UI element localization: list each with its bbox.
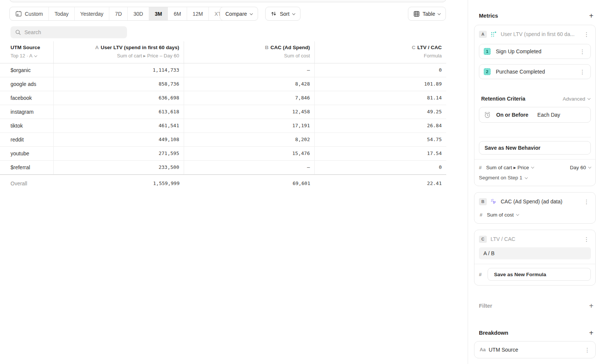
string-property-icon: Aa [480,347,486,352]
date-range-label: Custom [25,11,43,17]
metric-b-menu-button[interactable]: ⋮ [582,198,591,205]
cell-value: 17.54 [315,147,446,160]
add-metric-button[interactable]: + [588,12,594,20]
retention-criteria-title: Retention Criteria [481,96,525,102]
search-input[interactable] [24,29,122,35]
cell-value: 81.14 [315,91,446,105]
funnel-step-1[interactable]: 1 Sign Up Completed ⋮ [479,44,591,59]
cell-value: 17,191 [184,119,315,132]
cell-value: – [184,63,315,77]
cell-value: 0 [315,63,446,77]
add-breakdown-button[interactable]: + [588,329,594,337]
chevron-down-icon [438,12,441,15]
date-range-3m-selected[interactable]: 3M [149,7,168,20]
breakdown-section-title: Breakdown [479,330,508,336]
date-range-yesterday[interactable]: Yesterday [75,7,110,20]
metric-card-a: A User LTV (spend in first 60 da... ⋮ 1 … [474,25,596,186]
calendar-icon [15,11,22,17]
row-label: google ads [0,77,54,91]
sort-button[interactable]: Sort [265,7,300,21]
aggregation-dropdown[interactable]: Sum of cost [487,212,518,218]
chevron-down-icon [588,165,591,168]
save-as-new-formula-button[interactable]: Save as New Formula [488,268,591,281]
row-label: reddit [0,133,54,146]
row-label: tiktok [0,119,54,132]
chevron-down-icon [587,97,590,100]
date-range-custom[interactable]: Custom [10,7,49,20]
day-range-dropdown[interactable]: Day 60 [570,165,591,170]
column-header-b[interactable]: BCAC (Ad Spend) Sum of cost [184,41,315,63]
funnel-step-2[interactable]: 2 Purchase Completed ⋮ [479,64,591,79]
date-range-selector: Custom Today Yesterday 7D 30D 3M 6M 12M … [9,7,237,21]
date-range-today[interactable]: Today [49,7,74,20]
step-2-menu-button[interactable]: ⋮ [578,68,587,75]
cell-value: 233,500 [54,161,184,174]
table-row: tiktok 461,541 17,191 26.84 [0,119,446,133]
formula-input[interactable]: A / B [479,247,591,259]
metric-c-title[interactable]: LTV / CAC [491,236,578,242]
cell-value: 49.25 [315,105,446,119]
cell-value: 636,698 [54,91,184,105]
table-row: reddit 449,108 8,202 54.75 [0,133,446,147]
cell-value: 7,846 [184,91,315,105]
save-as-new-behavior-button[interactable]: Save as New Behavior [479,141,591,155]
retention-criteria-row[interactable]: On or Before Each Day [479,107,591,123]
metric-a-title[interactable]: User LTV (spend in first 60 da... [501,31,578,37]
metric-c-menu-button[interactable]: ⋮ [582,236,591,243]
date-range-6m[interactable]: 6M [168,7,187,20]
metric-badge-a: A [479,31,487,38]
date-range-12m[interactable]: 12M [187,7,209,20]
table-row: facebook 636,698 7,846 81.14 [0,91,446,105]
compare-button[interactable]: Compare [220,7,258,21]
overall-label: Overall [0,175,54,192]
table-grid-icon [414,11,420,17]
search-bar[interactable] [11,26,127,38]
row-dimension-header: UTM Source Top 12 · A [0,41,54,63]
chevron-down-icon [249,12,252,15]
results-table: UTM Source Top 12 · A AUser LTV (spend i… [0,41,446,192]
row-label: $organic [0,63,54,77]
table-row: youtube 271,595 15,476 17.54 [0,147,446,161]
date-range-7d[interactable]: 7D [109,7,128,20]
query-builder-sidebar: Metrics + A User LTV (spend in first 60 … [468,0,601,364]
step-1-menu-button[interactable]: ⋮ [578,48,587,55]
breakdown-item-utm-source[interactable]: Aa UTM Source ⋮ [474,341,596,358]
column-header-c[interactable]: CLTV / CAC Formula [315,41,446,63]
retention-mode-dropdown[interactable]: Advanced [563,96,590,102]
step-number-badge: 2 [484,68,491,75]
aggregation-dropdown[interactable]: Sum of cart ▸ Price [486,164,534,170]
breakdown-menu-button[interactable]: ⋮ [583,346,592,353]
row-label: $referral [0,161,54,174]
table-header-row: UTM Source Top 12 · A AUser LTV (spend i… [0,41,446,63]
number-type-icon: # [479,165,482,170]
view-type-button[interactable]: Table [408,7,446,21]
column-header-a[interactable]: AUser LTV (spend in first 60 days) Sum o… [54,41,184,63]
cell-value: 461,541 [54,119,184,132]
cell-value: 449,108 [54,133,184,146]
row-label: facebook [0,91,54,105]
number-type-icon: # [480,212,482,218]
chevron-down-icon [292,12,295,15]
table-row: $organic 1,114,733 – 0 [0,63,446,77]
row-label: youtube [0,147,54,160]
cell-value: 858,736 [54,77,184,91]
metric-badge-c: C [479,236,487,243]
table-overall-row: Overall 1,559,999 69,601 22.41 [0,174,446,192]
add-filter-button[interactable]: + [588,302,594,310]
cell-value: 15,476 [184,147,315,160]
cell-value: – [184,161,315,174]
cell-value: 0 [315,161,446,174]
chevron-down-icon [531,165,534,168]
cell-value: 101.89 [315,77,446,91]
top-ghost-card [9,0,446,2]
cell-value: 271,595 [54,147,184,160]
row-dimension-filter[interactable]: Top 12 · A [11,52,53,60]
segment-on-step-dropdown[interactable]: Segment on Step 1 [479,175,527,180]
step-number-badge: 1 [484,48,491,55]
chevron-down-icon [524,176,527,179]
date-range-30d[interactable]: 30D [128,7,149,20]
metric-a-menu-button[interactable]: ⋮ [582,31,591,38]
table-row: $referral 233,500 – 0 [0,161,446,174]
cell-value: 1,114,733 [54,63,184,77]
metric-b-title[interactable]: CAC (Ad Spend) (ad data) [501,199,578,205]
